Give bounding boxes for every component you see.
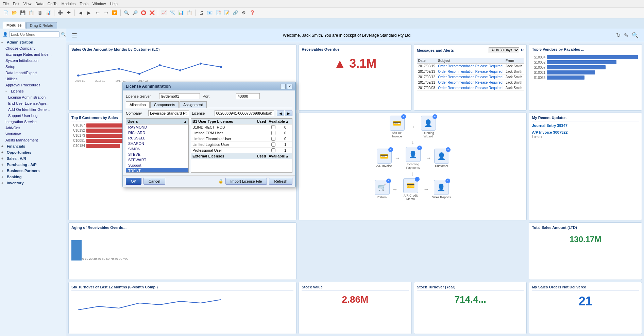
- search-icon[interactable]: 🔍: [632, 32, 639, 38]
- sidebar-item-utilities[interactable]: Utilities: [0, 76, 66, 82]
- dialog-license-btn2[interactable]: ▶: [285, 111, 292, 116]
- toolbar-icon24[interactable]: 📑: [215, 9, 222, 17]
- dialog-refresh-button[interactable]: Refresh: [269, 178, 292, 185]
- user-list-item[interactable]: RAYMOND: [126, 124, 188, 130]
- msg-subject-0[interactable]: Order Recommendation Release Required: [437, 64, 504, 69]
- license-check-1[interactable]: [268, 130, 278, 136]
- flow-icon-ar-credit-memo[interactable]: 💳 +: [403, 178, 418, 193]
- toolbar-icon12[interactable]: ↪: [102, 9, 110, 17]
- dialog-minimize-button[interactable]: _: [280, 84, 286, 89]
- sidebar-item-alerts[interactable]: Alerts Management: [0, 137, 66, 143]
- refresh-icon[interactable]: ↻: [616, 32, 621, 38]
- dialog-company-input[interactable]: [148, 110, 189, 116]
- sidebar-item-opportunities[interactable]: + Opportunities: [0, 149, 66, 155]
- toolbar-icon20[interactable]: 📊: [177, 9, 185, 17]
- toolbar-icon18[interactable]: 📈: [160, 9, 168, 17]
- toolbar-icon28[interactable]: ❓: [249, 9, 256, 17]
- toolbar-icon25[interactable]: 📝: [223, 9, 231, 17]
- menu-modules[interactable]: Modules: [62, 2, 76, 6]
- menu-tools[interactable]: Tools: [80, 2, 88, 6]
- search-icon[interactable]: 🔍: [61, 32, 66, 37]
- dialog-tab-allocation[interactable]: Allocation: [126, 101, 150, 108]
- sidebar-item-integration[interactable]: Integration Service: [0, 119, 66, 125]
- dialog-license-btn1[interactable]: ◀: [277, 111, 284, 116]
- toolbar-add-icon[interactable]: ➕: [56, 9, 64, 17]
- dialog-close-button[interactable]: ✕: [287, 84, 292, 89]
- toolbar-fwd-icon[interactable]: ▶: [85, 9, 93, 17]
- sidebar-item-sales-ar[interactable]: + Sales - A/R: [0, 155, 66, 162]
- hamburger-icon[interactable]: ☰: [72, 32, 77, 39]
- recent-journal-entry[interactable]: Journal Entry 39347: [532, 123, 639, 128]
- flow-icon-customer[interactable]: 👤 +: [434, 149, 449, 164]
- user-list-item[interactable]: SHARON: [126, 141, 188, 146]
- messages-refresh-icon[interactable]: ↻: [521, 48, 524, 52]
- sidebar-item-purchasing-ap[interactable]: + Purchasing - A/P: [0, 162, 66, 168]
- toolbar-icon8[interactable]: ✚: [65, 9, 72, 17]
- recent-ap-invoice[interactable]: A/P Invoice 3007322: [532, 130, 639, 134]
- dialog-cancel-button[interactable]: Cancel: [143, 178, 165, 185]
- users-scroll-icon[interactable]: ▲: [184, 120, 187, 123]
- user-list-item[interactable]: SIMON: [126, 146, 188, 152]
- sidebar-item-approval[interactable]: Approval Procedures: [0, 82, 66, 88]
- sidebar-item-setup[interactable]: Setup: [0, 64, 66, 70]
- sidebar-item-end-user-license[interactable]: End User License Agre...: [0, 100, 66, 106]
- license-section2-scroll[interactable]: ▲: [285, 154, 291, 158]
- flow-icon-ar-invoice[interactable]: 💳 +: [377, 149, 392, 164]
- toolbar-back-icon[interactable]: ◀: [77, 9, 84, 17]
- tab-drag-relate[interactable]: Drag & Relate: [26, 22, 57, 29]
- toolbar-icon5[interactable]: 🗑: [36, 9, 44, 17]
- sidebar-item-license-admin[interactable]: License Administration: [0, 94, 66, 100]
- license-check-3[interactable]: [268, 142, 278, 147]
- user-list-item[interactable]: Support: [126, 163, 188, 168]
- sidebar-item-system-init[interactable]: System Initialization: [0, 57, 66, 64]
- toolbar-icon26[interactable]: 🔗: [232, 9, 239, 17]
- toolbar-icon16[interactable]: ⭕: [140, 9, 147, 17]
- user-list-item[interactable]: STEVE: [126, 152, 188, 157]
- toolbar-icon14[interactable]: 🔍: [123, 9, 130, 17]
- user-list-item[interactable]: STEWART: [126, 157, 188, 163]
- dialog-port-input[interactable]: [236, 93, 260, 99]
- toolbar-icon21[interactable]: 📋: [186, 9, 193, 17]
- user-list-item[interactable]: TRENT: [126, 168, 188, 173]
- sidebar-item-banking[interactable]: + Banking: [0, 174, 66, 180]
- toolbar-open-icon[interactable]: 📂: [11, 9, 18, 17]
- flow-icon-return[interactable]: 🛒 +: [375, 180, 390, 195]
- msg-subject-3[interactable]: Order Recommendation Release Required: [437, 80, 504, 85]
- sidebar-item-inventory[interactable]: + Inventory: [0, 180, 66, 186]
- toolbar-save-icon[interactable]: 💾: [19, 9, 27, 17]
- dialog-import-button[interactable]: Import License File: [225, 178, 267, 185]
- dialog-tab-components[interactable]: Components: [150, 101, 179, 108]
- messages-filter-select[interactable]: All in 30 Days: [489, 47, 519, 53]
- toolbar-icon15[interactable]: 🔎: [131, 9, 139, 17]
- msg-subject-1[interactable]: Order Recommendation Release Required: [437, 69, 504, 74]
- license-check-0[interactable]: [268, 124, 278, 130]
- sidebar-item-addon-identifier[interactable]: Add-On Identifier Gene...: [0, 106, 66, 113]
- sidebar-item-data-import[interactable]: Data Import/Export: [0, 70, 66, 76]
- flow-icon-incoming-payments[interactable]: 👤 +: [406, 147, 421, 162]
- toolbar-icon6[interactable]: 📊: [45, 9, 52, 17]
- dialog-ok-button[interactable]: OK: [126, 178, 141, 185]
- flow-icon-dunning[interactable]: 👤 +: [421, 116, 436, 131]
- sidebar-item-business-partners[interactable]: + Business Partners: [0, 168, 66, 174]
- sidebar-item-addons[interactable]: Add-Ons: [0, 125, 66, 131]
- menu-edit[interactable]: Edit: [13, 2, 19, 6]
- license-check-2[interactable]: [268, 136, 278, 141]
- menu-help[interactable]: Help: [110, 2, 118, 6]
- toolbar-icon23[interactable]: 📧: [206, 9, 214, 17]
- license-check-4[interactable]: [268, 148, 278, 153]
- sidebar-item-exchange-rates[interactable]: Exchange Rates and Inde...: [0, 51, 66, 57]
- sidebar-item-license[interactable]: − License: [0, 88, 66, 94]
- toolbar-icon19[interactable]: 📉: [169, 9, 176, 17]
- toolbar-icon22[interactable]: 🖨: [198, 9, 205, 17]
- menu-window[interactable]: Window: [92, 2, 106, 6]
- dialog-license-key-input[interactable]: [215, 110, 274, 116]
- edit-icon[interactable]: ✎: [624, 32, 628, 38]
- user-list-item[interactable]: RICHARD: [126, 130, 188, 135]
- dialog-tab-assignment[interactable]: Assignment: [180, 101, 206, 108]
- dialog-server-input[interactable]: [159, 93, 200, 99]
- company-link[interactable]: Leverage Standard Pty Ltd: [362, 33, 410, 38]
- toolbar-icon17[interactable]: ❌: [148, 9, 156, 17]
- menu-file[interactable]: File: [3, 2, 9, 6]
- tab-modules[interactable]: Modules: [3, 22, 26, 29]
- sidebar-item-choose-company[interactable]: Choose Company: [0, 45, 66, 51]
